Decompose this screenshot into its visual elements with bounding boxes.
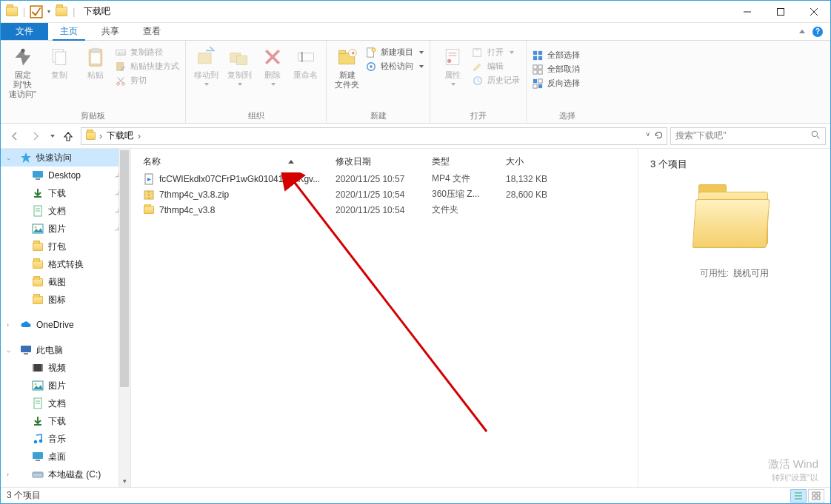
icons-view-button[interactable]	[808, 489, 824, 503]
paste-button[interactable]: 粘贴	[79, 44, 111, 80]
qat-dropdown-icon[interactable]: ▾	[47, 8, 50, 15]
tab-file[interactable]: 文件	[1, 23, 48, 40]
minimize-button[interactable]	[730, 1, 764, 22]
sidebar-item[interactable]: 文档	[1, 394, 130, 412]
table-row[interactable]: fcCWIEkdlx07CFrP1wGk01041200Kgv...2020/1…	[137, 171, 638, 187]
expand-icon[interactable]: ⌵	[7, 154, 10, 161]
scroll-down-icon[interactable]: ▾	[119, 475, 130, 487]
qat-divider: |	[73, 7, 75, 17]
svg-rect-50	[36, 178, 40, 180]
svg-point-32	[447, 59, 451, 63]
close-button[interactable]	[797, 1, 830, 22]
sidebar-item[interactable]: 文档📌	[1, 202, 130, 220]
column-date[interactable]: 修改日期	[330, 155, 426, 168]
svg-rect-46	[538, 84, 542, 87]
svg-rect-24	[338, 50, 345, 53]
expand-icon[interactable]: ›	[7, 321, 9, 329]
collapse-ribbon-icon[interactable]	[799, 30, 805, 33]
sidebar-item[interactable]: 桌面	[1, 448, 130, 466]
cut-button[interactable]: 剪切	[116, 75, 179, 86]
help-icon[interactable]: ?	[812, 27, 823, 37]
breadcrumb[interactable]: 下载吧	[105, 130, 135, 142]
forward-button[interactable]	[26, 127, 45, 146]
column-name[interactable]: 名称	[137, 155, 330, 168]
select-all-button[interactable]: 全部选择	[533, 50, 580, 61]
svg-rect-9	[91, 48, 99, 52]
recent-locations-button[interactable]	[47, 127, 57, 146]
sidebar-item-icon	[32, 451, 44, 463]
open-button[interactable]: 打开	[473, 47, 520, 58]
details-pane: 3 个项目 可用性: 脱机可用	[638, 149, 830, 487]
details-view-button[interactable]	[790, 489, 807, 503]
scrollbar-thumb[interactable]	[120, 150, 129, 387]
sidebar-item[interactable]: 打包	[1, 238, 130, 255]
sidebar-this-pc[interactable]: ⌵ 此电脑	[1, 341, 130, 359]
svg-rect-41	[533, 70, 537, 73]
sidebar-item[interactable]: 图片📌	[1, 220, 130, 238]
delete-button[interactable]: 删除	[258, 44, 287, 86]
move-to-button[interactable]: 移动到	[192, 44, 221, 86]
pin-to-quick-access-button[interactable]: 固定到"快 速访问"	[7, 44, 39, 99]
refresh-icon[interactable]	[654, 130, 664, 142]
paste-shortcut-button[interactable]: 粘贴快捷方式	[116, 61, 179, 72]
up-button[interactable]	[59, 127, 78, 146]
back-button[interactable]	[5, 127, 24, 146]
svg-rect-38	[538, 56, 542, 59]
body: ⌵ 快速访问 Desktop📌下载📌文档📌图片📌打包格式转换截图图标 › One…	[1, 149, 830, 487]
search-icon[interactable]	[811, 130, 821, 142]
copy-path-button[interactable]: abc复制路径	[116, 47, 179, 58]
tab-view[interactable]: 查看	[131, 23, 173, 40]
sidebar-item[interactable]: 下载📌	[1, 184, 130, 202]
copy-to-button[interactable]: 复制到	[225, 44, 254, 86]
sidebar-item[interactable]: 视频	[1, 359, 130, 377]
new-folder-button[interactable]: ✦新建 文件夹	[333, 44, 361, 90]
tab-home[interactable]: 主页	[48, 23, 90, 40]
sidebar-item-label: 截图	[48, 276, 66, 289]
tab-share[interactable]: 共享	[90, 23, 131, 40]
sidebar-item[interactable]: 音乐	[1, 430, 130, 448]
column-size[interactable]: 大小	[500, 155, 574, 168]
easy-access-button[interactable]: 轻松访问	[366, 61, 424, 72]
select-none-button[interactable]: 全部取消	[533, 64, 580, 75]
column-type[interactable]: 类型	[426, 155, 500, 168]
details-availability: 可用性: 脱机可用	[650, 267, 818, 280]
copy-button[interactable]: 复制	[43, 44, 75, 80]
sidebar-item[interactable]: 截图	[1, 273, 130, 291]
file-icon	[143, 173, 155, 185]
rename-button[interactable]: 重命名	[291, 44, 320, 80]
address-bar[interactable]: › 下载吧 › v	[81, 127, 667, 145]
expand-icon[interactable]: ›	[7, 471, 9, 478]
new-item-button[interactable]: 新建项目	[366, 47, 424, 58]
maximize-button[interactable]	[764, 1, 797, 22]
sidebar-item[interactable]: 下载	[1, 412, 130, 430]
sidebar-item[interactable]: 图片	[1, 377, 130, 394]
properties-button[interactable]: 属性	[436, 44, 468, 86]
table-row[interactable]: 7thmp4c_v3.8.zip2020/11/25 10:54360压缩 Z.…	[137, 187, 638, 202]
history-button[interactable]: 历史记录	[473, 75, 520, 86]
sidebar-quick-access[interactable]: ⌵ 快速访问	[1, 149, 130, 167]
group-label-organize: 组织	[192, 109, 320, 121]
status-bar: 3 个项目	[1, 487, 830, 503]
sidebar-scrollbar[interactable]: ▴ ▾	[119, 149, 130, 487]
folder-icon	[84, 130, 96, 142]
invert-selection-button[interactable]: 反向选择	[533, 78, 580, 89]
sidebar-item[interactable]: ›本地磁盘 (C:)	[1, 466, 130, 483]
folder-large-icon	[694, 186, 775, 252]
checkbox-icon[interactable]	[30, 5, 43, 19]
sidebar-item[interactable]: Desktop📌	[1, 167, 130, 184]
chevron-right-icon[interactable]: ›	[99, 131, 102, 141]
sidebar-item[interactable]: 格式转换	[1, 255, 130, 273]
svg-point-28	[372, 47, 376, 51]
search-placeholder: 搜索"下载吧"	[675, 130, 727, 142]
file-list[interactable]: 名称 修改日期 类型 大小 fcCWIEkdlx07CFrP1wGk010412…	[131, 149, 638, 487]
edit-button[interactable]: 编辑	[473, 61, 520, 72]
svg-rect-61	[41, 364, 43, 372]
expand-icon[interactable]: ⌵	[7, 346, 10, 354]
table-row[interactable]: 7thmp4c_v3.82020/11/25 10:54文件夹	[137, 202, 638, 218]
sidebar-onedrive[interactable]: › OneDrive	[1, 316, 130, 334]
chevron-right-icon[interactable]: ›	[138, 131, 141, 141]
address-dropdown-icon[interactable]: v	[647, 130, 650, 142]
group-label-select: 选择	[533, 109, 602, 121]
search-box[interactable]: 搜索"下载吧"	[670, 127, 826, 145]
sidebar-item[interactable]: 图标	[1, 291, 130, 309]
